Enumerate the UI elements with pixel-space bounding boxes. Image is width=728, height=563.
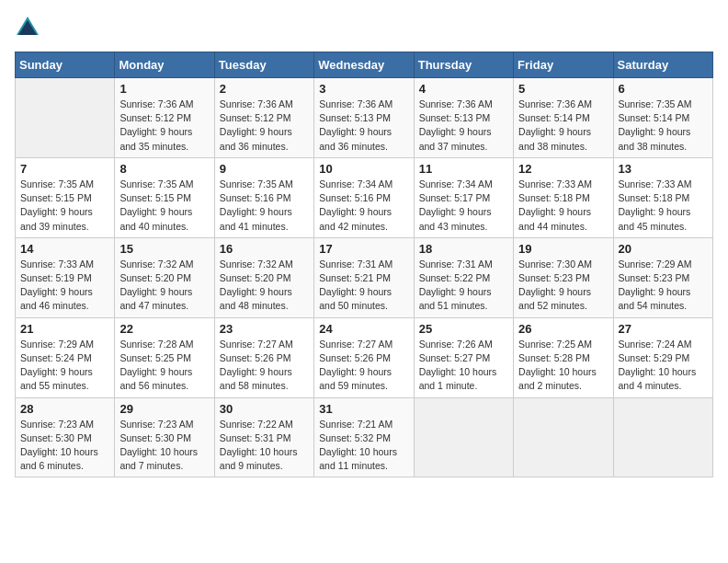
day-number: 9 [220,162,309,176]
calendar-cell [613,397,712,477]
day-info: Sunrise: 7:36 AM Sunset: 5:13 PM Dayligh… [319,98,408,154]
day-info: Sunrise: 7:32 AM Sunset: 5:20 PM Dayligh… [119,258,209,314]
weekday-header-cell: Tuesday [214,52,313,78]
page-header [15,15,713,40]
calendar-cell: 1Sunrise: 7:36 AM Sunset: 5:12 PM Daylig… [115,78,214,158]
calendar-cell: 7Sunrise: 7:35 AM Sunset: 5:15 PM Daylig… [16,157,115,237]
calendar-cell: 13Sunrise: 7:33 AM Sunset: 5:18 PM Dayli… [613,157,712,237]
day-info: Sunrise: 7:23 AM Sunset: 5:30 PM Dayligh… [20,418,109,474]
calendar-cell: 12Sunrise: 7:33 AM Sunset: 5:18 PM Dayli… [514,157,613,237]
day-info: Sunrise: 7:35 AM Sunset: 5:15 PM Dayligh… [119,178,209,234]
calendar-cell: 6Sunrise: 7:35 AM Sunset: 5:14 PM Daylig… [613,78,712,158]
day-number: 10 [319,162,408,176]
day-info: Sunrise: 7:31 AM Sunset: 5:22 PM Dayligh… [419,258,508,314]
calendar-cell: 18Sunrise: 7:31 AM Sunset: 5:22 PM Dayli… [414,237,513,317]
day-number: 14 [20,242,109,256]
calendar-cell: 3Sunrise: 7:36 AM Sunset: 5:13 PM Daylig… [314,78,414,158]
calendar-cell [16,78,115,158]
calendar-cell: 26Sunrise: 7:25 AM Sunset: 5:28 PM Dayli… [514,317,613,397]
calendar-cell: 20Sunrise: 7:29 AM Sunset: 5:23 PM Dayli… [613,237,712,317]
day-info: Sunrise: 7:24 AM Sunset: 5:29 PM Dayligh… [619,338,708,394]
calendar-cell: 30Sunrise: 7:22 AM Sunset: 5:31 PM Dayli… [214,397,313,477]
logo-icon [15,15,40,40]
day-number: 26 [518,322,608,336]
calendar-cell: 11Sunrise: 7:34 AM Sunset: 5:17 PM Dayli… [414,157,513,237]
day-info: Sunrise: 7:27 AM Sunset: 5:26 PM Dayligh… [220,338,309,394]
calendar-cell: 10Sunrise: 7:34 AM Sunset: 5:16 PM Dayli… [314,157,414,237]
day-number: 2 [220,82,309,96]
calendar-week-row: 1Sunrise: 7:36 AM Sunset: 5:12 PM Daylig… [16,78,713,158]
day-number: 11 [419,162,508,176]
weekday-header-cell: Friday [514,52,613,78]
calendar-table: SundayMondayTuesdayWednesdayThursdayFrid… [15,52,713,477]
day-number: 27 [619,322,708,336]
calendar-cell: 14Sunrise: 7:33 AM Sunset: 5:19 PM Dayli… [16,237,115,317]
day-number: 5 [518,82,608,96]
calendar-cell: 19Sunrise: 7:30 AM Sunset: 5:23 PM Dayli… [514,237,613,317]
calendar-cell: 17Sunrise: 7:31 AM Sunset: 5:21 PM Dayli… [314,237,414,317]
weekday-header-cell: Monday [115,52,214,78]
calendar-cell: 28Sunrise: 7:23 AM Sunset: 5:30 PM Dayli… [16,397,115,477]
day-number: 30 [220,402,309,416]
day-number: 20 [619,242,708,256]
calendar-cell: 2Sunrise: 7:36 AM Sunset: 5:12 PM Daylig… [214,78,313,158]
day-info: Sunrise: 7:33 AM Sunset: 5:19 PM Dayligh… [20,258,109,314]
day-info: Sunrise: 7:21 AM Sunset: 5:32 PM Dayligh… [319,418,408,474]
day-number: 24 [319,322,408,336]
calendar-cell: 23Sunrise: 7:27 AM Sunset: 5:26 PM Dayli… [214,317,313,397]
logo [15,15,44,40]
day-number: 31 [319,402,408,416]
calendar-cell: 22Sunrise: 7:28 AM Sunset: 5:25 PM Dayli… [115,317,214,397]
day-info: Sunrise: 7:36 AM Sunset: 5:13 PM Dayligh… [419,98,508,154]
day-info: Sunrise: 7:34 AM Sunset: 5:17 PM Dayligh… [419,178,508,234]
day-number: 16 [220,242,309,256]
calendar-cell: 16Sunrise: 7:32 AM Sunset: 5:20 PM Dayli… [214,237,313,317]
day-number: 3 [319,82,408,96]
day-number: 21 [20,322,109,336]
weekday-header-cell: Wednesday [314,52,414,78]
calendar-header: SundayMondayTuesdayWednesdayThursdayFrid… [16,52,713,78]
day-info: Sunrise: 7:28 AM Sunset: 5:25 PM Dayligh… [119,338,209,394]
day-number: 7 [20,162,109,176]
day-number: 1 [119,82,209,96]
calendar-cell: 4Sunrise: 7:36 AM Sunset: 5:13 PM Daylig… [414,78,513,158]
day-number: 29 [119,402,209,416]
weekday-header-cell: Thursday [414,52,513,78]
calendar-cell: 15Sunrise: 7:32 AM Sunset: 5:20 PM Dayli… [115,237,214,317]
day-info: Sunrise: 7:29 AM Sunset: 5:23 PM Dayligh… [619,258,708,314]
day-number: 25 [419,322,508,336]
calendar-week-row: 28Sunrise: 7:23 AM Sunset: 5:30 PM Dayli… [16,397,713,477]
day-info: Sunrise: 7:27 AM Sunset: 5:26 PM Dayligh… [319,338,408,394]
weekday-header-cell: Saturday [613,52,712,78]
day-info: Sunrise: 7:33 AM Sunset: 5:18 PM Dayligh… [518,178,608,234]
day-info: Sunrise: 7:36 AM Sunset: 5:14 PM Dayligh… [518,98,608,154]
day-number: 15 [119,242,209,256]
day-info: Sunrise: 7:35 AM Sunset: 5:16 PM Dayligh… [220,178,309,234]
day-info: Sunrise: 7:29 AM Sunset: 5:24 PM Dayligh… [20,338,109,394]
day-info: Sunrise: 7:35 AM Sunset: 5:15 PM Dayligh… [20,178,109,234]
calendar-week-row: 21Sunrise: 7:29 AM Sunset: 5:24 PM Dayli… [16,317,713,397]
day-info: Sunrise: 7:36 AM Sunset: 5:12 PM Dayligh… [220,98,309,154]
calendar-cell: 8Sunrise: 7:35 AM Sunset: 5:15 PM Daylig… [115,157,214,237]
day-info: Sunrise: 7:23 AM Sunset: 5:30 PM Dayligh… [119,418,209,474]
day-number: 22 [119,322,209,336]
day-info: Sunrise: 7:35 AM Sunset: 5:14 PM Dayligh… [619,98,708,154]
calendar-cell: 27Sunrise: 7:24 AM Sunset: 5:29 PM Dayli… [613,317,712,397]
day-number: 4 [419,82,508,96]
day-number: 28 [20,402,109,416]
day-info: Sunrise: 7:36 AM Sunset: 5:12 PM Dayligh… [119,98,209,154]
calendar-cell [514,397,613,477]
calendar-cell: 31Sunrise: 7:21 AM Sunset: 5:32 PM Dayli… [314,397,414,477]
calendar-cell: 25Sunrise: 7:26 AM Sunset: 5:27 PM Dayli… [414,317,513,397]
day-number: 6 [619,82,708,96]
day-number: 23 [220,322,309,336]
day-number: 13 [619,162,708,176]
day-number: 18 [419,242,508,256]
day-number: 19 [518,242,608,256]
day-number: 12 [518,162,608,176]
day-info: Sunrise: 7:26 AM Sunset: 5:27 PM Dayligh… [419,338,508,394]
day-info: Sunrise: 7:31 AM Sunset: 5:21 PM Dayligh… [319,258,408,314]
day-info: Sunrise: 7:33 AM Sunset: 5:18 PM Dayligh… [619,178,708,234]
calendar-cell: 5Sunrise: 7:36 AM Sunset: 5:14 PM Daylig… [514,78,613,158]
calendar-cell: 21Sunrise: 7:29 AM Sunset: 5:24 PM Dayli… [16,317,115,397]
